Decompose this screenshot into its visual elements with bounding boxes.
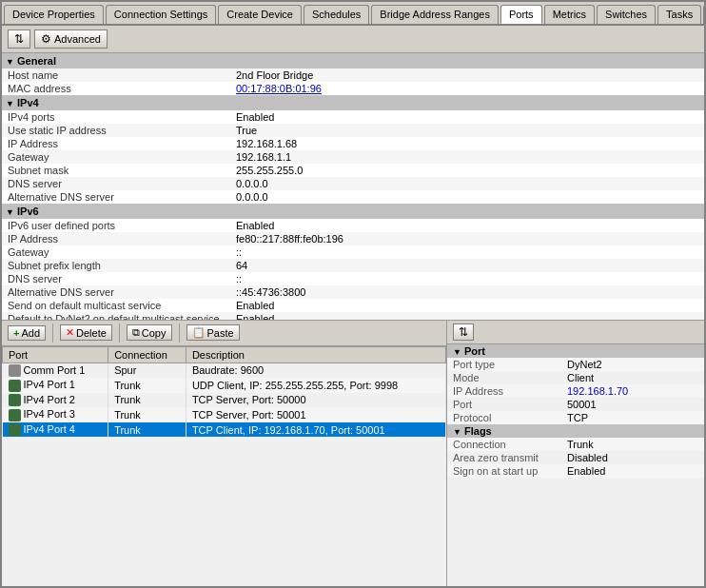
port-type-label: Port type	[447, 358, 561, 371]
paste-label: Paste	[207, 327, 234, 339]
table-row: IP Address 192.168.1.68	[2, 137, 704, 150]
collapse-flags-icon[interactable]: ▼	[453, 427, 461, 437]
tab-create-device[interactable]: Create Device	[218, 5, 302, 24]
dns-value: 0.0.0.0	[230, 177, 704, 190]
tab-tasks[interactable]: Tasks	[657, 5, 701, 24]
subnet-mask-value: 255.255.255.0	[230, 164, 704, 177]
copy-button[interactable]: ⧉ Copy	[127, 324, 172, 341]
table-row: Use static IP address True	[2, 124, 704, 137]
table-row: Default to DyNet2 on default multicast s…	[2, 312, 704, 321]
port-section-header: ▼ Port	[447, 344, 704, 358]
tab-device-properties[interactable]: Device Properties	[4, 5, 104, 24]
collapse-general-icon[interactable]: ▼	[6, 57, 14, 67]
subnet-mask-label: Subnet mask	[2, 164, 230, 177]
mode-value: Client	[561, 371, 704, 384]
ipv6-alt-dns-value: ::45:4736:3800	[230, 285, 704, 299]
sign-on-value: Enabled	[561, 464, 704, 478]
collapse-ipv4-icon[interactable]: ▼	[6, 99, 14, 108]
ipv4-section-label: IPv4	[17, 97, 39, 108]
main-toolbar: ⇅ ⚙ Advanced	[2, 26, 704, 53]
port-cell: IPv4 Port 3	[3, 407, 108, 422]
table-row[interactable]: IPv4 Port 2 Trunk TCP Server, Port: 5000…	[3, 393, 446, 408]
mac-address-value: 00:17:88:0B:01:96	[230, 82, 704, 95]
tab-ports[interactable]: Ports	[500, 5, 542, 24]
bottom-toolbar: + Add ✕ Delete ⧉ Copy 📋	[2, 321, 446, 346]
table-row[interactable]: IPv4 Port 4 Trunk TCP Client, IP: 192.16…	[3, 422, 446, 438]
connection-cell: Trunk	[108, 407, 186, 422]
paste-button[interactable]: 📋 Paste	[186, 324, 240, 341]
bottom-section: + Add ✕ Delete ⧉ Copy 📋	[2, 321, 704, 587]
protocol-value: TCP	[561, 411, 704, 424]
alt-dns-value: 0.0.0.0	[230, 190, 704, 204]
right-toolbar: ⇅	[447, 321, 704, 344]
collapse-port-icon[interactable]: ▼	[453, 347, 461, 357]
collapse-ipv6-icon[interactable]: ▼	[6, 207, 14, 217]
connection-label: Connection	[447, 438, 561, 451]
table-row[interactable]: Comm Port 1 Spur Baudrate: 9600	[3, 363, 446, 378]
copy-label: Copy	[142, 327, 167, 339]
static-ip-value: True	[230, 124, 704, 137]
port-type-value: DyNet2	[561, 358, 704, 371]
description-cell: UDP Client, IP: 255.255.255.255, Port: 9…	[186, 378, 445, 393]
right-sort-button[interactable]: ⇅	[453, 323, 474, 341]
separator-3	[179, 323, 180, 343]
detail-ip-label: IP Address	[447, 384, 561, 398]
col-port: Port	[3, 346, 108, 363]
table-row[interactable]: IPv4 Port 1 Trunk UDP Client, IP: 255.25…	[3, 378, 446, 393]
ipv6-ports-label: IPv6 user defined ports	[2, 219, 230, 232]
delete-button[interactable]: ✕ Delete	[60, 324, 112, 341]
port-section-label: Port	[464, 345, 485, 357]
host-name-value: 2nd Floor Bridge	[230, 69, 704, 82]
ip-address-label: IP Address	[2, 137, 230, 150]
detail-port-label: Port	[447, 398, 561, 411]
dynet2-multicast-label: Default to DyNet2 on default multicast s…	[2, 312, 230, 321]
ethernet-row-icon	[9, 423, 21, 436]
paste-icon: 📋	[192, 326, 206, 339]
table-row: Gateway ::	[2, 245, 704, 259]
detail-table: ▼ Port Port type DyNet2 Mode Client	[447, 344, 704, 478]
ipv6-gateway-label: Gateway	[2, 245, 230, 259]
protocol-label: Protocol	[447, 411, 561, 424]
ipv6-section-label: IPv6	[17, 206, 39, 217]
static-ip-label: Use static IP address	[2, 124, 230, 137]
sort-button[interactable]: ⇅	[8, 29, 30, 49]
tab-switches[interactable]: Switches	[597, 5, 656, 24]
table-row: Alternative DNS server ::45:4736:3800	[2, 285, 704, 299]
right-sort-icon: ⇅	[459, 325, 468, 339]
table-row: IPv6 user defined ports Enabled	[2, 219, 704, 232]
general-header: ▼ General	[2, 53, 704, 69]
advanced-button[interactable]: ⚙ Advanced	[34, 29, 108, 49]
general-section-label: General	[17, 55, 56, 67]
table-row: MAC address 00:17:88:0B:01:96	[2, 82, 704, 95]
separator-2	[119, 323, 120, 343]
tab-metrics[interactable]: Metrics	[544, 5, 595, 24]
detail-row-ip: IP Address 192.168.1.70	[447, 384, 704, 398]
multicast-label: Send on default multicast service	[2, 299, 230, 312]
table-row: Send on default multicast service Enable…	[2, 299, 704, 312]
tab-schedules[interactable]: Schedules	[304, 5, 369, 24]
properties-scroll[interactable]: ▼ General Host name 2nd Floor Bridge MAC…	[2, 53, 704, 321]
ports-table-container[interactable]: Port Connection Description Comm Port 1 …	[2, 346, 446, 587]
alt-dns-label: Alternative DNS server	[2, 190, 230, 204]
port-name: IPv4 Port 3	[24, 408, 75, 420]
sign-on-label: Sign on at start up	[447, 464, 561, 478]
ipv6-gateway-value: ::	[230, 245, 704, 259]
tab-bridge-address-ranges[interactable]: Bridge Address Ranges	[371, 5, 499, 24]
col-description: Description	[186, 346, 445, 363]
gateway-value: 192.168.1.1	[230, 150, 704, 164]
table-row: Subnet mask 255.255.255.0	[2, 164, 704, 177]
table-row[interactable]: IPv4 Port 3 Trunk TCP Server, Port: 5000…	[3, 407, 446, 422]
detail-row-mode: Mode Client	[447, 371, 704, 384]
port-cell: Comm Port 1	[3, 363, 108, 378]
detail-scroll[interactable]: ▼ Port Port type DyNet2 Mode Client	[447, 344, 704, 587]
detail-row-sign-on: Sign on at start up Enabled	[447, 464, 704, 478]
tab-connection-settings[interactable]: Connection Settings	[106, 5, 216, 24]
area-zero-label: Area zero transmit	[447, 451, 561, 464]
subnet-prefix-label: Subnet prefix length	[2, 259, 230, 272]
detail-row-area-zero: Area zero transmit Disabled	[447, 451, 704, 464]
ethernet-row-icon	[9, 380, 21, 392]
add-button[interactable]: + Add	[8, 325, 46, 341]
port-name: IPv4 Port 1	[24, 379, 75, 390]
detail-port-value: 50001	[561, 398, 704, 411]
table-row: IPv4 ports Enabled	[2, 110, 704, 124]
